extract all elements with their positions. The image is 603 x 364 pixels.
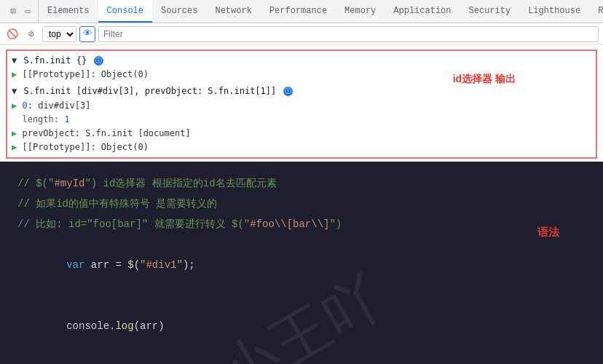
code-area: 小王吖 语法 // $("#myId") id选择器 根据指定的id名去匹配元素… <box>0 162 603 364</box>
console-log-section: ▼ S.fn.init {} ⓘ ▶ [[Prototype]]: Object… <box>6 50 597 159</box>
clear-console-button[interactable]: 🚫 <box>4 26 20 42</box>
annotation-label-1: id选择器 输出 <box>453 73 516 86</box>
code-line-3: // 比如: id="foo[bar]" 就需要进行转义 $("#foo\\[b… <box>17 214 586 234</box>
tab-memory[interactable]: Memory <box>336 0 385 23</box>
no-issues-button[interactable]: ⊘ <box>23 26 39 42</box>
eye-button[interactable]: 👁 <box>79 26 95 42</box>
tab-lighthouse[interactable]: Lighthouse <box>519 0 589 23</box>
log-sub-prevobj: ▶ prevObject: S.fn.init [document] <box>12 127 591 141</box>
expand-arrow-1[interactable]: ▼ <box>12 54 17 68</box>
expand-arrow-2[interactable]: ▼ <box>12 84 17 98</box>
code-line-blank <box>17 357 586 364</box>
tab-bar: ⊡ ▭ Elements Console Sources Network Per… <box>0 0 603 23</box>
code-line-1: // $("#myId") id选择器 根据指定的id名去匹配元素 <box>17 173 586 194</box>
context-select[interactable]: top <box>42 26 76 42</box>
filter-input[interactable] <box>98 26 599 42</box>
info-icon-2: ⓘ <box>283 87 293 96</box>
log-sub-proto: ▶ [[Prototype]]: Object(0) <box>12 141 591 154</box>
tab-performance[interactable]: Performance <box>261 0 336 23</box>
annotation-label-2: 语法 <box>537 226 559 240</box>
tab-application[interactable]: Application <box>385 0 460 23</box>
tab-security[interactable]: Security <box>460 0 520 23</box>
tab-sources[interactable]: Sources <box>152 0 206 23</box>
log-entry-1: ▼ S.fn.init {} ⓘ <box>12 54 591 68</box>
console-area: ▼ S.fn.init {} ⓘ ▶ [[Prototype]]: Object… <box>0 45 603 364</box>
code-line-2: // 如果id的值中有特殊符号 是需要转义的 <box>17 194 586 214</box>
tab-network[interactable]: Network <box>206 0 260 23</box>
tab-recorder[interactable]: Recorder ▲ <box>589 0 603 23</box>
info-icon-1: ⓘ <box>94 56 103 66</box>
device-icon[interactable]: ▭ <box>22 6 34 17</box>
expand-arrow-s3[interactable]: ▶ <box>12 142 17 152</box>
devtools-icons: ⊡ ▭ <box>3 0 39 23</box>
console-toolbar: 🚫 ⊘ top 👁 <box>0 23 603 45</box>
main-area: ▼ S.fn.init {} ⓘ ▶ [[Prototype]]: Object… <box>0 45 603 364</box>
log-entry-2: ▼ S.fn.init [div#div[3], prevObject: S.f… <box>12 84 591 98</box>
tab-console[interactable]: Console <box>98 0 152 23</box>
code-line-5: console.log(arr) <box>17 296 586 357</box>
expand-arrow-s2[interactable]: ▶ <box>12 128 17 138</box>
expand-arrow-s1[interactable]: ▶ <box>12 100 17 111</box>
tab-elements[interactable]: Elements <box>39 0 98 23</box>
code-line-4: var arr = $("#div1"); <box>17 234 586 296</box>
inspect-icon[interactable]: ⊡ <box>7 6 19 17</box>
expand-arrow-p1[interactable]: ▶ <box>12 69 17 79</box>
log-sub-length: length: 1 <box>12 113 591 127</box>
log-sub-0: ▶ 0: div#div[3] <box>12 99 591 113</box>
